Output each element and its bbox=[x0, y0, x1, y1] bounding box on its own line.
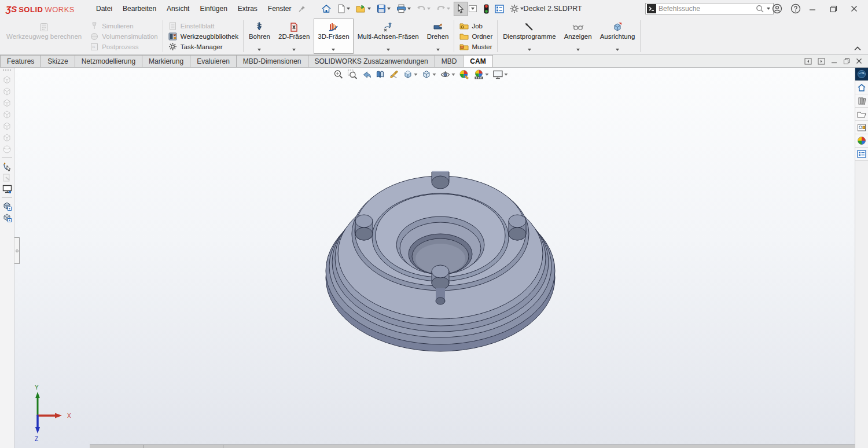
svg-text:01: 01 bbox=[92, 45, 95, 49]
threedexperience-button[interactable] bbox=[855, 68, 868, 81]
undo-button[interactable] bbox=[414, 2, 433, 15]
drill-icon bbox=[255, 21, 264, 33]
open-dropdown-icon[interactable] bbox=[367, 8, 371, 10]
pin-menu-icon[interactable] bbox=[298, 5, 306, 13]
minimize-button[interactable] bbox=[809, 5, 822, 12]
sketch-select-icon[interactable] bbox=[1, 160, 13, 172]
restore-button[interactable] bbox=[830, 5, 843, 13]
home-button[interactable] bbox=[319, 2, 334, 16]
view-cube-icon-7[interactable] bbox=[1, 144, 13, 155]
view-palette-button[interactable] bbox=[855, 121, 868, 134]
model-deckel-2[interactable]: Y X Z bbox=[14, 68, 854, 448]
multi-achsen-button[interactable]: Multi-Achsen-Fräsen bbox=[354, 19, 423, 54]
task-manager-button[interactable]: Task-Manager bbox=[168, 42, 238, 51]
graphics-area[interactable]: Y X Z bbox=[14, 68, 855, 448]
part-cube-icon-1[interactable] bbox=[1, 200, 13, 212]
print-button[interactable] bbox=[394, 2, 413, 16]
fraesen-3d-button[interactable]: 3D-Fräsen bbox=[314, 19, 353, 54]
view-cube-icon-5[interactable] bbox=[1, 120, 13, 132]
generate-toolpath-button[interactable]: Werkzeugweg berechnen bbox=[2, 19, 86, 54]
tool-library-button[interactable]: Werkzeugbibliothek bbox=[168, 32, 238, 41]
toolbar-grip-handle[interactable] bbox=[3, 69, 11, 71]
tab-mbd[interactable]: MBD bbox=[435, 55, 464, 67]
edit-definition-icon[interactable] bbox=[1, 172, 13, 183]
drehen-button[interactable]: Drehen bbox=[423, 19, 453, 54]
save-button[interactable] bbox=[374, 2, 393, 16]
anzeigen-button[interactable]: Anzeigen bbox=[560, 19, 596, 54]
simulate-button[interactable]: Simulieren bbox=[89, 21, 158, 30]
menu-fenster[interactable]: Fenster bbox=[263, 1, 297, 16]
new-document-button[interactable] bbox=[335, 2, 352, 16]
bohren-dropdown-icon[interactable] bbox=[258, 49, 261, 51]
fraesen-3d-dropdown-icon[interactable] bbox=[332, 49, 335, 51]
search-dropdown-icon[interactable] bbox=[767, 8, 770, 10]
task-manager-gear-icon bbox=[168, 42, 178, 51]
redo-dropdown-icon[interactable] bbox=[447, 8, 450, 10]
file-explorer-button[interactable] bbox=[855, 108, 868, 121]
menu-bearbeiten[interactable]: Bearbeiten bbox=[117, 1, 161, 16]
search-input[interactable] bbox=[659, 5, 756, 13]
setup-sheet-button[interactable]: Einstellblatt bbox=[168, 21, 238, 30]
menu-ansicht[interactable]: Ansicht bbox=[161, 1, 194, 16]
tab-zusatzanwendungen[interactable]: SOLIDWORKS Zusatzanwendungen bbox=[308, 55, 435, 67]
bohren-button[interactable]: Bohren bbox=[245, 19, 274, 54]
pane-left-icon[interactable] bbox=[804, 58, 812, 65]
fraesen-2d-button[interactable]: 2D-Fräsen bbox=[274, 19, 314, 54]
volume-simulation-button[interactable]: Volumensimulation bbox=[89, 32, 158, 41]
doc-close-icon[interactable] bbox=[856, 58, 862, 64]
close-button[interactable] bbox=[851, 5, 863, 12]
job-button[interactable]: Job bbox=[459, 21, 492, 30]
view-cube-icon-1[interactable] bbox=[1, 74, 13, 86]
dienstprogramme-button[interactable]: Dienstprogramme bbox=[499, 19, 560, 54]
view-cube-icon-3[interactable] bbox=[1, 97, 13, 109]
dienstprogramme-dropdown-icon[interactable] bbox=[528, 49, 531, 51]
ribbon-collapse-chevron-icon[interactable] bbox=[854, 46, 861, 51]
tab-netzmodellierung[interactable]: Netzmodellierung bbox=[75, 55, 142, 67]
ausrichtung-dropdown-icon[interactable] bbox=[616, 49, 619, 51]
doc-minimize-icon[interactable] bbox=[831, 58, 837, 64]
search-icon[interactable] bbox=[756, 5, 764, 13]
anzeigen-dropdown-icon[interactable] bbox=[576, 49, 580, 51]
tab-mbd-dimensionen[interactable]: MBD-Dimensionen bbox=[236, 55, 308, 67]
feature-tree-collapsed-tab[interactable] bbox=[14, 237, 20, 264]
appearances-button[interactable] bbox=[855, 134, 868, 148]
open-button[interactable] bbox=[354, 2, 373, 16]
search-command-icon bbox=[647, 4, 656, 13]
view-cube-icon-6[interactable] bbox=[1, 132, 13, 144]
tab-cam[interactable]: CAM bbox=[463, 55, 492, 67]
solidworks-resources-button[interactable] bbox=[855, 81, 868, 94]
pane-right-icon[interactable] bbox=[818, 58, 825, 65]
new-window-icon[interactable] bbox=[1, 183, 13, 195]
menu-datei[interactable]: Datei bbox=[91, 1, 117, 16]
help-icon[interactable] bbox=[790, 3, 801, 14]
select-tool-button[interactable] bbox=[454, 2, 468, 16]
new-document-dropdown-icon[interactable] bbox=[347, 8, 350, 10]
tab-skizze[interactable]: Skizze bbox=[41, 55, 75, 67]
tab-markierung[interactable]: Markierung bbox=[142, 55, 190, 67]
rebuild-button[interactable] bbox=[481, 2, 491, 16]
redo-button[interactable] bbox=[434, 2, 453, 15]
design-library-button[interactable] bbox=[855, 94, 868, 108]
multi-achsen-dropdown-icon[interactable] bbox=[387, 49, 390, 51]
print-dropdown-icon[interactable] bbox=[407, 8, 411, 10]
postprocess-button[interactable]: 01 Postprozess bbox=[89, 42, 158, 51]
undo-dropdown-icon[interactable] bbox=[427, 8, 431, 10]
view-cube-icon-2[interactable] bbox=[1, 86, 13, 97]
muster-button[interactable]: Muster bbox=[459, 42, 492, 51]
drehen-dropdown-icon[interactable] bbox=[436, 49, 440, 51]
menu-extras[interactable]: Extras bbox=[233, 1, 263, 16]
tab-evaluieren[interactable]: Evaluieren bbox=[190, 55, 237, 67]
ordner-button[interactable]: Ordner bbox=[459, 32, 492, 41]
user-account-icon[interactable] bbox=[772, 3, 782, 14]
view-cube-icon-4[interactable] bbox=[1, 109, 13, 120]
custom-properties-button[interactable] bbox=[855, 148, 868, 161]
menu-einfuegen[interactable]: Einfügen bbox=[194, 1, 232, 16]
doc-restore-icon[interactable] bbox=[843, 58, 850, 65]
tab-features[interactable]: Features bbox=[0, 55, 41, 67]
ausrichtung-button[interactable]: Ausrichtung bbox=[596, 19, 639, 54]
command-search[interactable] bbox=[645, 3, 774, 14]
save-dropdown-icon[interactable] bbox=[387, 8, 391, 10]
fraesen-2d-dropdown-icon[interactable] bbox=[292, 49, 296, 51]
select-tool-dropdown[interactable] bbox=[469, 5, 477, 12]
part-cube-icon-2[interactable] bbox=[1, 212, 13, 223]
